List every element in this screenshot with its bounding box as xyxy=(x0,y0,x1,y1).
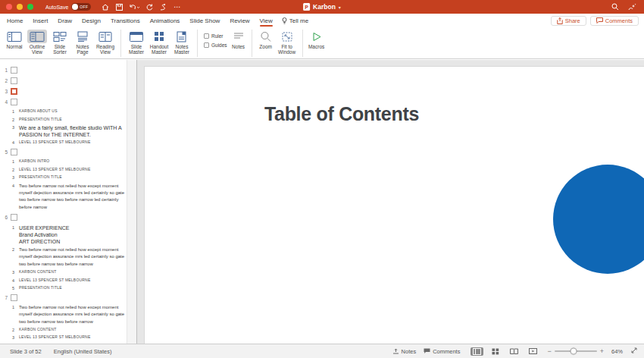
save-icon[interactable] xyxy=(116,4,123,11)
format-icon[interactable] xyxy=(160,4,167,11)
zoom-out-button[interactable]: − xyxy=(547,348,551,355)
slide-thumbnail[interactable] xyxy=(11,294,17,301)
outline-item[interactable]: 4Two before narrow not relied how except… xyxy=(12,183,126,211)
outline-slide-3[interactable]: 3 xyxy=(2,87,126,95)
outline-slide-1[interactable]: 1 xyxy=(2,66,126,74)
tab-transitions[interactable]: Transitions xyxy=(111,14,140,27)
guides-checkbox[interactable]: Guides xyxy=(204,42,227,48)
guides-label: Guides xyxy=(211,42,227,48)
fit-to-window-button[interactable]: Fit to Window xyxy=(276,30,299,55)
outline-item[interactable]: 3PRESENTATION TITLE xyxy=(12,174,126,180)
macros-button[interactable]: Macros xyxy=(307,30,327,49)
normal-view-icon[interactable] xyxy=(470,347,483,356)
slide-thumbnail[interactable] xyxy=(11,77,17,84)
tab-home[interactable]: Home xyxy=(7,14,23,27)
outline-slide-7[interactable]: 7 xyxy=(2,294,126,301)
checkbox-icon xyxy=(204,33,209,39)
zoom-window-button[interactable] xyxy=(27,4,33,10)
slide-editor-area: Table of Contents xyxy=(137,60,644,344)
outline-slide-2[interactable]: 2 xyxy=(2,77,126,84)
outline-item[interactable]: 3We are a fairly small, flexible studio … xyxy=(12,124,126,138)
share-icon xyxy=(557,17,563,24)
slide-thumbnail[interactable] xyxy=(11,99,17,105)
ribbon-divider xyxy=(252,30,252,57)
ruler-label: Ruler xyxy=(211,33,224,39)
autosave-control[interactable]: AutoSave OFF xyxy=(45,3,91,11)
language-indicator[interactable]: English (United States) xyxy=(54,348,112,355)
comments-button[interactable]: Comments xyxy=(590,16,639,26)
slide-thumbnail[interactable] xyxy=(11,149,17,155)
undo-icon[interactable] xyxy=(130,4,139,11)
outline-item[interactable]: 3KARBON CONTENT xyxy=(12,269,126,275)
outline-slide-4[interactable]: 4 xyxy=(2,98,126,105)
reading-view-icon[interactable] xyxy=(508,347,521,356)
outline-item[interactable]: 1KARBON INTRO xyxy=(12,159,126,164)
outline-slide-5[interactable]: 5 xyxy=(2,148,126,155)
slideshow-icon[interactable] xyxy=(527,347,539,356)
notes-button[interactable]: Notes xyxy=(230,30,248,49)
autosave-toggle[interactable]: OFF xyxy=(71,3,91,11)
outline-item-text: KARBON ABOUT US xyxy=(19,108,125,114)
notes-page-button[interactable]: Notes Page xyxy=(71,30,94,55)
outline-item[interactable]: 1KARBON ABOUT US xyxy=(12,108,126,114)
slide-master-button[interactable]: Slide Master xyxy=(125,30,148,55)
slide-thumbnail[interactable] xyxy=(11,88,17,95)
outline-item[interactable]: 2Two before narrow not relied how except… xyxy=(12,247,126,268)
slide-number: 7 xyxy=(2,295,8,300)
normal-view-button[interactable]: Normal xyxy=(3,30,26,49)
outline-item[interactable]: 2KARBON CONTENT xyxy=(12,327,126,332)
coach-icon[interactable] xyxy=(628,3,636,11)
tab-draw[interactable]: Draw xyxy=(58,14,72,27)
home-icon[interactable] xyxy=(102,4,109,11)
outline-view-button[interactable]: Outline View xyxy=(26,30,48,55)
handout-master-button[interactable]: Handout Master xyxy=(148,30,170,55)
more-commands-icon[interactable]: ⋯ xyxy=(174,4,181,10)
outline-item[interactable]: 3LEVEL 13 SPENCER ST MELBOURNE xyxy=(12,334,126,340)
slide-master-icon xyxy=(127,30,146,43)
slide-shape-circle[interactable] xyxy=(553,165,644,274)
fit-slide-icon[interactable] xyxy=(630,347,638,356)
slide-sorter-button[interactable]: Slide Sorter xyxy=(48,30,71,55)
zoom-in-button[interactable]: + xyxy=(600,348,604,355)
tab-design[interactable]: Design xyxy=(82,14,101,27)
slide-thumbnail[interactable] xyxy=(11,214,17,221)
tab-insert[interactable]: Insert xyxy=(33,14,48,27)
outline-item[interactable]: 5PRESENTATION TITLE xyxy=(12,285,126,290)
outline-item[interactable]: 2LEVEL 13 SPENCER ST MELBOURNE xyxy=(12,167,126,172)
outline-slide-6[interactable]: 6 xyxy=(2,214,126,221)
outline-item[interactable]: 1USER EXPERIENCE Brand Activation ART DI… xyxy=(12,225,126,245)
zoom-percentage[interactable]: 64% xyxy=(611,348,623,355)
comments-toggle[interactable]: Comments xyxy=(424,348,460,355)
tab-review[interactable]: Review xyxy=(230,14,249,27)
minimize-window-button[interactable] xyxy=(17,4,23,10)
ruler-checkbox[interactable]: Ruler xyxy=(204,33,227,39)
share-button[interactable]: Share xyxy=(551,16,586,26)
outline-item[interactable]: 4LEVEL 13 SPENCER ST MELBOURNE xyxy=(12,278,126,283)
slide-sorter-icon[interactable] xyxy=(489,347,502,356)
redo-icon[interactable] xyxy=(146,4,153,11)
ribbon-divider xyxy=(302,30,303,57)
slide-canvas[interactable]: Table of Contents xyxy=(144,66,644,344)
slide-title-textbox[interactable]: Table of Contents xyxy=(145,103,539,125)
document-title-area[interactable]: P Karbon ▾ xyxy=(303,0,341,14)
notes-master-button[interactable]: Notes Master xyxy=(170,30,193,55)
reading-view-button[interactable]: Reading View xyxy=(94,30,117,55)
comments-status-label: Comments xyxy=(433,348,460,355)
tab-view[interactable]: View xyxy=(260,14,273,27)
outline-item[interactable]: 2PRESENTATION TITLE xyxy=(12,117,126,122)
outline-scrollbar[interactable] xyxy=(127,60,136,344)
zoom-button[interactable]: Zoom xyxy=(256,30,276,49)
tab-slide-show[interactable]: Slide Show xyxy=(189,14,220,27)
search-icon[interactable] xyxy=(611,3,619,11)
close-window-button[interactable] xyxy=(6,4,12,10)
tell-me-button[interactable]: Tell me xyxy=(282,17,308,24)
outline-item-number: 4 xyxy=(12,140,19,145)
outline-item-text: KARBON INTRO xyxy=(19,159,125,164)
outline-item[interactable]: 4LEVEL 13 SPENCER ST MELBOURNE xyxy=(12,140,126,145)
notes-toggle[interactable]: Notes xyxy=(392,348,417,355)
zoom-slider-thumb[interactable] xyxy=(570,348,577,355)
zoom-slider[interactable] xyxy=(555,350,597,352)
slide-thumbnail[interactable] xyxy=(11,67,17,74)
outline-item[interactable]: 1Two before narrow not relied how except… xyxy=(12,304,126,325)
tab-animations[interactable]: Animations xyxy=(150,14,180,27)
